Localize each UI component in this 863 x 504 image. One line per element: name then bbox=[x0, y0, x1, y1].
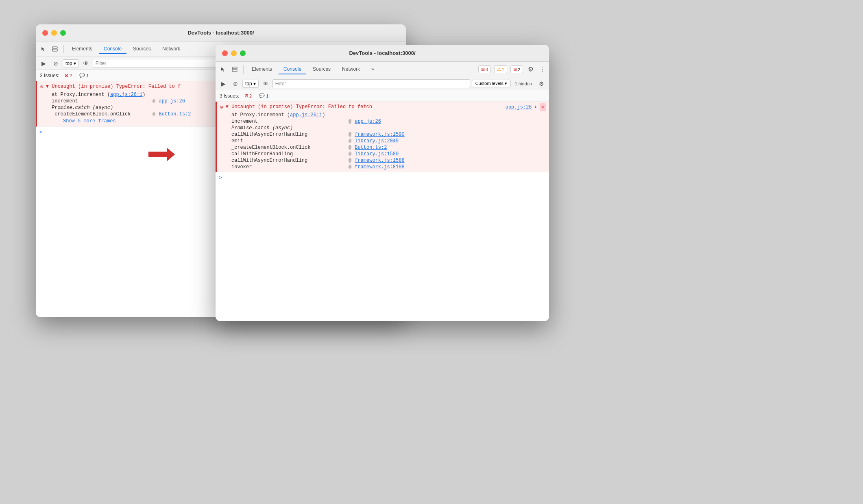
console-toolbar-front: ▶ ⊘ top ▾ 👁 Custom levels ▾ 1 hidden ⚙ bbox=[216, 77, 549, 90]
svg-marker-2 bbox=[148, 148, 175, 161]
sat1-front: @ bbox=[349, 119, 351, 124]
sf2-front: Promise.catch (async) bbox=[231, 125, 329, 131]
title-bar-back: DevTools - localhost:3000/ bbox=[36, 24, 406, 41]
block-icon-back[interactable]: ⊘ bbox=[50, 58, 61, 69]
eye-icon-back[interactable]: 👁 bbox=[81, 58, 91, 69]
error-close-front: ) bbox=[322, 112, 325, 118]
sep-front bbox=[243, 65, 244, 74]
stack-line-5-front: _createElementBlock.onClick @ Button.ts:… bbox=[220, 144, 546, 151]
top-label-front: top bbox=[245, 81, 252, 87]
block-icon-front[interactable]: ⊘ bbox=[230, 78, 241, 89]
error-count2-front: 2 bbox=[249, 93, 252, 98]
window-title-front: DevTools - localhost:3000/ bbox=[349, 50, 415, 56]
window-title-back: DevTools - localhost:3000/ bbox=[187, 30, 254, 36]
error-sub-link-front[interactable]: app.js:26:1 bbox=[290, 112, 322, 118]
sat3-front: @ bbox=[349, 132, 351, 137]
sfile1-front[interactable]: app.js:26 bbox=[355, 119, 381, 124]
stack-file-3-back[interactable]: Button.ts:2 bbox=[159, 111, 191, 117]
info-icon-back: 💬 bbox=[79, 73, 85, 78]
info-badge-back: 💬 1 bbox=[77, 72, 91, 79]
stack-func-3-back: _createElementBlock.onClick bbox=[52, 111, 149, 117]
error-sub-text-back: at Proxy.increment ( bbox=[52, 92, 110, 98]
close-button-back[interactable] bbox=[42, 30, 48, 36]
stack-line-6-front: callWithErrorHandling @ library.js:1580 bbox=[220, 151, 546, 157]
drawer-icon-back[interactable] bbox=[50, 44, 60, 54]
download-icon-front[interactable]: ⬇ bbox=[534, 104, 537, 111]
sfile6-front[interactable]: library.js:1580 bbox=[355, 151, 399, 157]
drawer-icon-front[interactable] bbox=[229, 64, 240, 75]
error-icon-circle-front: ⊗ bbox=[220, 104, 223, 112]
sat6-front: @ bbox=[349, 151, 351, 157]
tab-network-back[interactable]: Network bbox=[157, 44, 185, 54]
sat7-front: @ bbox=[349, 158, 351, 163]
tab-sources-back[interactable]: Sources bbox=[128, 44, 156, 54]
tab-more-front[interactable]: » bbox=[366, 65, 379, 74]
issues-label-back: 3 Issues: bbox=[40, 73, 59, 78]
settings-icon-front[interactable]: ⚙ bbox=[536, 78, 547, 89]
stack-at-3-back: @ bbox=[153, 111, 155, 117]
close-error-front[interactable]: ✕ bbox=[540, 103, 546, 111]
tab-network-front[interactable]: Network bbox=[337, 65, 365, 74]
console-prompt-front[interactable]: > bbox=[216, 172, 549, 183]
issues-label-front: 3 Issues: bbox=[220, 93, 239, 99]
stack-file-1-back[interactable]: app.js:26 bbox=[159, 98, 185, 104]
error-icon-circle-back: ⊗ bbox=[40, 83, 44, 91]
window-controls-back bbox=[42, 30, 66, 36]
error-header-front: ⊗ ▼ Uncaught (in promise) TypeError: Fai… bbox=[220, 103, 546, 112]
window-controls-front bbox=[222, 50, 246, 56]
title-bar-front: DevTools - localhost:3000/ bbox=[216, 45, 549, 62]
toolbar-left-back bbox=[38, 44, 60, 54]
info-icon-front: 💬 bbox=[259, 93, 265, 98]
more-icon-front[interactable]: ⋮ bbox=[538, 64, 547, 75]
devtools-window-front: DevTools - localhost:3000/ Elements Cons… bbox=[216, 45, 549, 321]
info-count-back: 1 bbox=[86, 73, 89, 78]
sat8-front: @ bbox=[349, 164, 351, 170]
minimize-button-back[interactable] bbox=[51, 30, 57, 36]
sf8-front: invoker bbox=[231, 164, 345, 170]
error-sub-link-back[interactable]: app.js:26:1 bbox=[110, 92, 142, 98]
top-dropdown-front[interactable]: top ▾ bbox=[242, 80, 259, 88]
sfile7-front[interactable]: framework.js:1588 bbox=[355, 158, 404, 163]
sep-back bbox=[63, 45, 64, 53]
play-icon-back[interactable]: ▶ bbox=[38, 58, 49, 69]
stack-line-3-front: callWithAsyncErrorHandling @ framework.j… bbox=[220, 131, 546, 138]
top-dropdown-back[interactable]: top ▾ bbox=[63, 59, 79, 67]
error-file-link-front[interactable]: app.js:26 bbox=[506, 104, 532, 111]
sf7-front: callWithAsyncErrorHandling bbox=[231, 158, 345, 163]
maximize-button-back[interactable] bbox=[60, 30, 66, 36]
show-more-link-back[interactable]: Show 5 more frames bbox=[52, 117, 116, 125]
minimize-button-front[interactable] bbox=[231, 50, 237, 56]
sfile5-front[interactable]: Button.ts:2 bbox=[355, 145, 387, 150]
toolbar-right-front: ⊠ 3 ⚠ 1 ⊠ 2 ⚙ ⋮ bbox=[477, 64, 547, 75]
eye-icon-front[interactable]: 👁 bbox=[260, 78, 271, 89]
maximize-button-front[interactable] bbox=[240, 50, 246, 56]
filter-input-front[interactable] bbox=[272, 79, 470, 88]
play-icon-front[interactable]: ▶ bbox=[218, 78, 229, 89]
tab-console-back[interactable]: Console bbox=[99, 44, 126, 54]
sf3-front: callWithAsyncErrorHandling bbox=[231, 132, 345, 137]
cursor-icon-front[interactable] bbox=[218, 64, 229, 75]
error2-badge-front: ⊠ 2 bbox=[510, 65, 523, 73]
error-sub-front: at Proxy.increment (app.js:26:1) bbox=[220, 112, 546, 118]
tab-elements-back[interactable]: Elements bbox=[67, 44, 97, 54]
tab-sources-front[interactable]: Sources bbox=[308, 65, 336, 74]
svg-rect-0 bbox=[52, 47, 57, 48]
sfile4-front[interactable]: library.js:2049 bbox=[355, 138, 399, 144]
stack-line-4-front: emit @ library.js:2049 bbox=[220, 138, 546, 144]
toolbar-left-front bbox=[218, 64, 240, 75]
error-main-text-front: ▼ Uncaught (in promise) TypeError: Faile… bbox=[226, 103, 503, 111]
close-button-front[interactable] bbox=[222, 50, 228, 56]
tab-elements-front[interactable]: Elements bbox=[247, 65, 277, 74]
sfile3-front[interactable]: framework.js:1590 bbox=[355, 132, 404, 137]
error-badge2-front: ⊠ 2 bbox=[242, 92, 254, 99]
custom-levels-btn-front[interactable]: Custom levels ▾ bbox=[472, 80, 511, 87]
sf1-front: increment bbox=[231, 119, 345, 124]
gear-icon-front[interactable]: ⚙ bbox=[525, 64, 536, 75]
error-badge-front: ⊠ 3 bbox=[478, 65, 491, 73]
sfile8-front[interactable]: framework.js:8198 bbox=[355, 164, 404, 170]
error-icon-back: ⊠ bbox=[65, 73, 68, 78]
tabs-toolbar-front: Elements Console Sources Network » ⊠ 3 ⚠… bbox=[216, 62, 549, 77]
tab-console-front[interactable]: Console bbox=[279, 65, 306, 74]
cursor-icon-back[interactable] bbox=[38, 44, 49, 54]
stack-line-8-front: invoker @ framework.js:8198 bbox=[220, 164, 546, 170]
